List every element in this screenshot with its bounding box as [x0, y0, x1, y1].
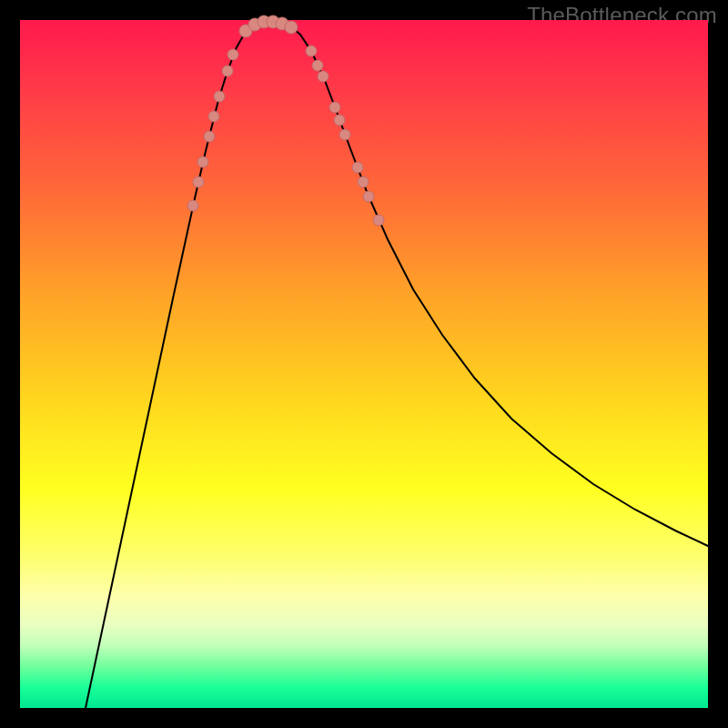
data-dot — [352, 162, 363, 173]
data-dot — [214, 91, 225, 102]
data-dot — [318, 71, 329, 82]
data-dot — [222, 66, 233, 76]
outer-frame: TheBottleneck.com — [0, 0, 728, 728]
data-dot — [312, 60, 323, 71]
data-dot — [339, 129, 350, 140]
data-dot — [329, 102, 340, 113]
data-dot — [306, 46, 317, 56]
data-dot — [285, 21, 298, 34]
data-dot — [358, 177, 369, 187]
chart-svg — [20, 20, 708, 708]
data-dot — [363, 191, 374, 202]
plot-area — [20, 20, 708, 708]
data-dot — [204, 131, 215, 142]
data-dot — [193, 177, 204, 187]
data-dot — [208, 111, 219, 122]
bottleneck-curve — [86, 22, 708, 708]
data-dot — [334, 115, 345, 126]
data-dots-group — [187, 15, 384, 226]
data-dot — [187, 200, 198, 211]
data-dot — [373, 215, 384, 226]
data-dot — [228, 49, 238, 60]
data-dot — [197, 157, 208, 167]
